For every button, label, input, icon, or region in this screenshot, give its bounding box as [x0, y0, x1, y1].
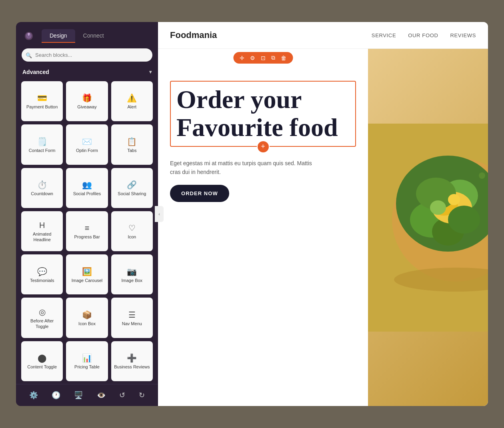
block-item-social-sharing[interactable]: 🔗 Social Sharing [111, 168, 153, 208]
block-label-countdown: Countdown [31, 191, 53, 196]
block-icon-before-after-toggle: ◎ [39, 308, 46, 316]
block-icon-tabs: 📋 [127, 138, 137, 146]
block-icon-optin-form: ✉️ [82, 138, 92, 146]
site-brand: Foodmania [170, 30, 217, 40]
hero-heading: Order your Favourite food [176, 86, 350, 142]
block-item-contact-form[interactable]: 🗒️ Contact Form [21, 124, 63, 164]
hero-section: ✛⚙⊡⧉🗑 Order your Favourite food + Eget e… [158, 49, 488, 406]
block-label-giveaway: Giveaway [77, 104, 96, 110]
settings-icon[interactable]: ⚙ [250, 55, 255, 61]
order-now-button[interactable]: ORDER NOW [170, 185, 229, 202]
section-label: Advanced [22, 69, 49, 75]
bottom-toolbar-icon-4[interactable]: ↺ [118, 389, 127, 401]
block-item-nav-menu[interactable]: ☰ Nav Menu [111, 298, 153, 338]
tab-connect[interactable]: Connect [75, 29, 112, 43]
bottom-toolbar-icon-0[interactable]: ⚙️ [28, 389, 40, 401]
block-label-pricing-table: Pricing Table [74, 364, 100, 370]
block-item-before-after-toggle[interactable]: ◎ Before After Toggle [21, 298, 63, 338]
main-content: Foodmania SERVICEOUR FOODREVIEWS ✛⚙⊡⧉🗑 O… [158, 22, 488, 406]
search-input[interactable] [22, 48, 152, 62]
block-icon-payment-button: 💳 [37, 94, 47, 102]
block-item-alert[interactable]: ⚠️ Alert [111, 81, 153, 121]
sidebar-header: Design Connect [16, 22, 158, 43]
block-label-payment-button: Payment Button [26, 104, 58, 110]
nav-link-our-food[interactable]: OUR FOOD [408, 32, 438, 38]
block-item-giveaway[interactable]: 🎁 Giveaway [66, 81, 108, 121]
nav-link-service[interactable]: SERVICE [372, 32, 396, 38]
chevron-down-icon: ▾ [149, 69, 152, 75]
block-item-image-carousel[interactable]: 🖼️ Image Carousel [66, 254, 108, 294]
nav-links: SERVICEOUR FOODREVIEWS [372, 32, 476, 38]
sidebar-search: 🔍 [22, 48, 152, 62]
bottom-toolbar-icon-2[interactable]: 🖥️ [72, 389, 84, 401]
bottom-toolbar-icon-5[interactable]: ↻ [137, 389, 146, 401]
block-label-image-box: Image Box [122, 278, 143, 283]
block-label-nav-menu: Nav Menu [122, 321, 142, 326]
preview-nav: Foodmania SERVICEOUR FOODREVIEWS [158, 22, 488, 49]
delete-icon[interactable]: 🗑 [281, 55, 286, 61]
hero-heading-line1: Order your [176, 85, 302, 114]
block-item-countdown[interactable]: ⏱️ Countdown [21, 168, 63, 208]
selected-heading-box[interactable]: Order your Favourite food + [170, 81, 356, 147]
sidebar-bottom: ⚙️🕐🖥️👁️↺↻ [16, 384, 158, 406]
block-icon-image-carousel: 🖼️ [82, 268, 92, 276]
hero-image [368, 49, 488, 406]
block-item-icon-box[interactable]: 📦 Icon Box [66, 298, 108, 338]
tab-design[interactable]: Design [42, 29, 75, 43]
bottom-toolbar-icon-1[interactable]: 🕐 [50, 389, 62, 401]
svg-point-9 [448, 206, 480, 234]
block-item-pricing-table[interactable]: 📊 Pricing Table [66, 341, 108, 381]
duplicate-icon[interactable]: ⧉ [271, 54, 275, 61]
block-item-progress-bar[interactable]: ≡ Progress Bar [66, 211, 108, 251]
hero-heading-line2: Favourite food [176, 113, 338, 142]
block-icon-giveaway: 🎁 [82, 94, 92, 102]
block-item-icon[interactable]: ♡ Icon [111, 211, 153, 251]
block-icon-nav-menu: ☰ [128, 311, 136, 319]
svg-point-13 [479, 172, 485, 179]
block-item-business-reviews[interactable]: ➕ Business Reviews [111, 341, 153, 381]
food-bowl-bg [368, 49, 488, 406]
block-icon-social-profiles: 👥 [82, 181, 92, 189]
block-item-optin-form[interactable]: ✉️ Optin Form [66, 124, 108, 164]
sidebar: Design Connect 🔍 Advanced ▾ 💳 Payment Bu… [16, 22, 158, 406]
block-label-contact-form: Contact Form [29, 148, 56, 153]
block-item-social-profiles[interactable]: 👥 Social Profiles [66, 168, 108, 208]
crop-icon[interactable]: ⊡ [261, 55, 266, 61]
block-icon-image-box: 📷 [127, 268, 137, 276]
block-icon-pricing-table: 📊 [82, 354, 92, 362]
element-toolbar: ✛⚙⊡⧉🗑 [233, 52, 293, 64]
hero-left: ✛⚙⊡⧉🗑 Order your Favourite food + Eget e… [158, 49, 368, 406]
block-label-social-profiles: Social Profiles [73, 191, 101, 196]
block-label-animated-headline: Animated Headline [24, 231, 60, 243]
block-item-tabs[interactable]: 📋 Tabs [111, 124, 153, 164]
block-label-before-after-toggle: Before After Toggle [24, 318, 60, 330]
block-label-content-toggle: Content Toggle [27, 364, 57, 370]
sidebar-logo [22, 30, 35, 42]
block-item-image-box[interactable]: 📷 Image Box [111, 254, 153, 294]
block-label-testimonials: Testimonials [30, 278, 54, 283]
nav-link-reviews[interactable]: REVIEWS [450, 32, 476, 38]
svg-point-11 [448, 194, 460, 205]
block-icon-icon: ♡ [128, 224, 136, 232]
block-label-alert: Alert [128, 104, 137, 110]
block-label-optin-form: Optin Form [76, 148, 98, 153]
block-item-payment-button[interactable]: 💳 Payment Button [21, 81, 63, 121]
sidebar-collapse-button[interactable]: ‹ [155, 206, 164, 222]
block-label-social-sharing: Social Sharing [118, 191, 146, 196]
block-icon-progress-bar: ≡ [85, 224, 90, 232]
block-label-icon: Icon [128, 234, 136, 240]
move-icon[interactable]: ✛ [240, 55, 244, 61]
block-icon-icon-box: 📦 [82, 311, 92, 319]
app-container: Design Connect 🔍 Advanced ▾ 💳 Payment Bu… [16, 22, 488, 406]
block-icon-contact-form: 🗒️ [37, 138, 47, 146]
search-icon: 🔍 [26, 52, 32, 58]
block-item-content-toggle[interactable]: ⬤ Content Toggle [21, 341, 63, 381]
block-label-icon-box: Icon Box [78, 321, 96, 326]
block-item-testimonials[interactable]: 💬 Testimonials [21, 254, 63, 294]
block-icon-social-sharing: 🔗 [127, 181, 137, 189]
block-icon-animated-headline: H [39, 221, 45, 229]
add-block-button[interactable]: + [257, 140, 270, 153]
block-item-animated-headline[interactable]: H Animated Headline [21, 211, 63, 251]
block-icon-business-reviews: ➕ [127, 354, 137, 362]
bottom-toolbar-icon-3[interactable]: 👁️ [95, 389, 107, 401]
